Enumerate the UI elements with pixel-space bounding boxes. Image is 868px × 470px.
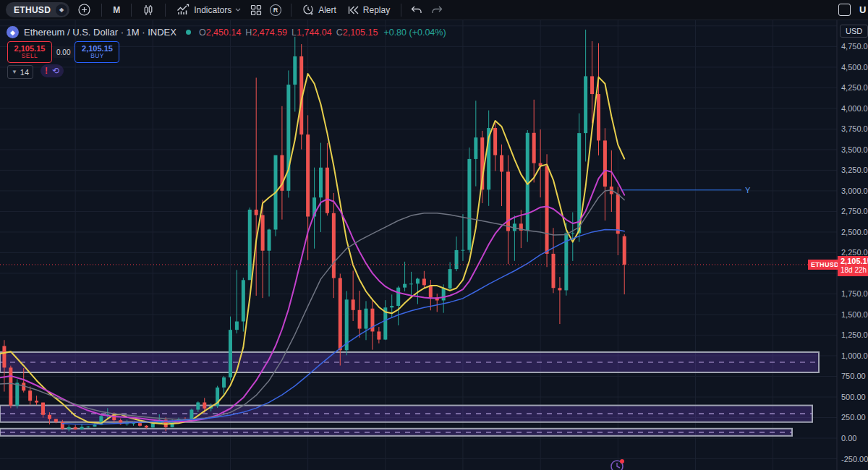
axis-label: 750.00 — [841, 372, 866, 380]
toolbar-divider — [291, 4, 292, 17]
axis-label: 2,500.00 — [841, 228, 868, 236]
close-label: C — [336, 27, 343, 38]
compare-add-button[interactable] — [72, 0, 96, 20]
axis-label: 4,500.00 — [841, 63, 868, 72]
buy-label: BUY — [90, 53, 104, 59]
axis-label: 4,250.00 — [841, 83, 868, 92]
buy-button[interactable]: 2,105.15 BUY — [75, 41, 119, 63]
axis-label: 4,000.00 — [841, 104, 868, 113]
low-value: 1,744.04 — [297, 27, 332, 38]
sell-label: SELL — [22, 53, 38, 59]
ma-slow-gray — [0, 190, 624, 419]
legend-title[interactable]: Ethereum / U.S. Dollar · 1M · INDEX — [24, 27, 176, 38]
svg-text:R: R — [273, 7, 278, 14]
warning-icon: ! — [45, 66, 48, 76]
toolbar-divider — [165, 4, 166, 17]
grid-layer — [0, 20, 837, 470]
indicators-button[interactable]: Indicators — [171, 0, 247, 20]
top-toolbar: ETHUSD ◆ M Indicators R Alert — [0, 0, 868, 20]
toolbar-divider — [131, 4, 132, 17]
sell-button[interactable]: 2,105.15 SELL — [7, 41, 52, 63]
bar-count-dropdown[interactable]: ▼ 14 — [7, 65, 33, 79]
candlestick-icon — [142, 4, 154, 16]
axis-label: 3,000.00 — [841, 187, 868, 195]
symbol-badge-icon[interactable]: ◆ — [56, 4, 67, 16]
open-value: 2,450.14 — [206, 27, 242, 38]
spread-value: 0.00 — [53, 46, 74, 58]
bar-countdown: 18d 22h — [841, 266, 868, 275]
sync-icon: ⟲ — [52, 66, 59, 76]
legend-ohlc: O2,450.14 H2,474.59 L1,744.04 C2,105.15 … — [199, 27, 446, 38]
axis-label: 2,750.00 — [841, 207, 868, 215]
low-label: L — [292, 27, 297, 38]
toolbar-divider — [101, 4, 102, 17]
symbol-name: ETHUSD — [14, 5, 51, 15]
indicators-icon — [176, 4, 190, 16]
high-value: 2,474.59 — [252, 27, 287, 38]
chevron-down-icon — [235, 8, 241, 12]
replay-button[interactable]: Replay — [342, 0, 396, 20]
chart-pane[interactable]: Y 4,750.004,500.004,250.004,000.003,750.… — [0, 20, 868, 470]
redo-button[interactable] — [427, 0, 447, 20]
interval-label: M — [113, 5, 120, 15]
axis-label: 4,750.00 — [841, 42, 868, 51]
axis-label: 250.00 — [841, 413, 866, 422]
series-price-tag: ETHUSD — [808, 260, 842, 270]
data-warning-pill[interactable]: ! ⟲ — [41, 64, 64, 77]
chart-style-button[interactable] — [137, 0, 160, 20]
chevron-down-icon: ▼ — [12, 69, 17, 75]
axis-label: 1,250.00 — [841, 330, 868, 339]
axis-label: 1,000.00 — [841, 351, 868, 360]
interval-button[interactable]: M — [107, 0, 126, 20]
axis-label: 500.00 — [841, 393, 866, 401]
open-label: O — [199, 27, 206, 38]
replay-icon — [348, 5, 359, 15]
change-value: +0.80 (+0.04%) — [383, 27, 446, 38]
redo-arrow-icon — [431, 6, 443, 14]
last-price-label: 2,105.15 18d 22h — [838, 256, 868, 276]
tradingview-app: { "toolbar": { "symbol": "ETHUSD", "time… — [0, 0, 868, 470]
replay-label: Replay — [363, 5, 390, 15]
chart-legend: ◆ Ethereum / U.S. Dollar · 1M · INDEX O2… — [7, 26, 446, 38]
plus-circle-icon — [78, 4, 90, 16]
grid-layout-icon — [250, 4, 262, 16]
layout-templates-button[interactable] — [247, 0, 265, 20]
symbol-search-button[interactable]: ETHUSD ◆ — [6, 2, 69, 17]
price-axis[interactable]: 4,750.004,500.004,250.004,000.003,750.00… — [837, 20, 868, 470]
axis-label: 0.00 — [841, 434, 856, 443]
axis-label: -250.00 — [841, 455, 868, 463]
order-panel: 2,105.15 SELL 0.00 2,105.15 BUY — [7, 41, 119, 63]
currency-axis-button[interactable]: USD — [840, 25, 868, 38]
indicators-label: Indicators — [194, 5, 231, 15]
market-status-dot-icon — [186, 30, 191, 35]
axis-label: 1,750.00 — [841, 289, 868, 298]
horizontal-ray-drawing[interactable]: Y — [622, 186, 751, 195]
bar-count-value: 14 — [20, 68, 29, 77]
rename-badge-button[interactable]: R — [265, 0, 286, 20]
axis-label: 3,500.00 — [841, 145, 868, 154]
axis-label: 3,250.00 — [841, 166, 868, 174]
undo-arrow-icon — [411, 6, 422, 14]
ethereum-logo-icon: ◆ — [7, 26, 19, 38]
close-value: 2,105.15 — [343, 27, 378, 38]
r-circle-icon: R — [269, 4, 282, 17]
last-price-value: 2,105.15 — [841, 257, 868, 266]
toolbar-divider — [401, 4, 401, 17]
user-label: U — [859, 4, 868, 15]
axis-label: 3,750.00 — [841, 124, 868, 133]
alert-button[interactable]: Alert — [297, 0, 342, 20]
alert-label: Alert — [318, 5, 336, 15]
fullscreen-icon[interactable] — [838, 4, 851, 16]
axis-label: 1,500.00 — [841, 310, 868, 319]
undo-button[interactable] — [407, 0, 427, 20]
alert-clock-icon — [302, 4, 315, 16]
ray-label: Y — [745, 186, 751, 195]
toolbar-right: U — [838, 0, 868, 20]
